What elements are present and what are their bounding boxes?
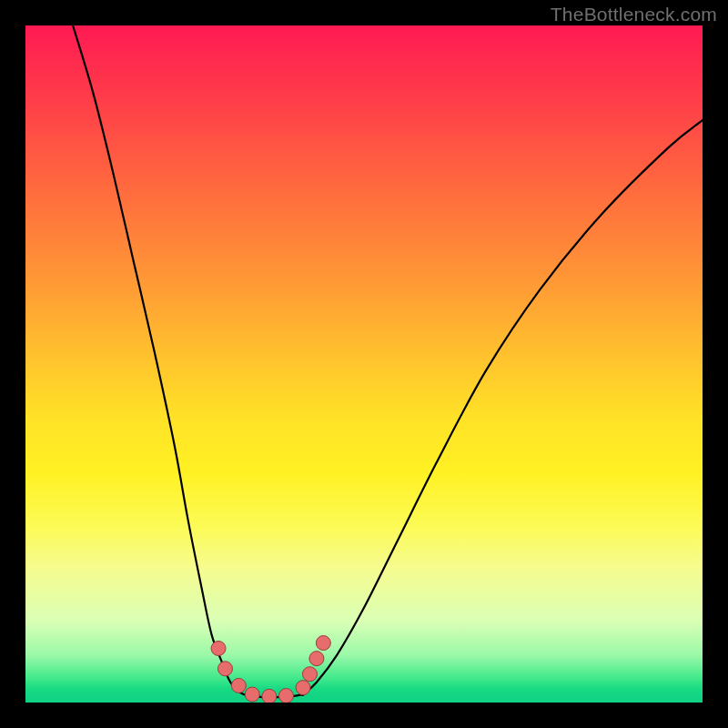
- marker-group: [211, 636, 330, 703]
- curve-group: [73, 25, 703, 697]
- bottleneck-curve: [73, 25, 703, 697]
- data-marker: [296, 681, 310, 695]
- chart-frame: TheBottleneck.com: [0, 0, 728, 728]
- data-marker: [217, 662, 232, 676]
- chart-svg: [25, 25, 703, 703]
- data-marker: [278, 689, 293, 703]
- data-marker: [231, 678, 246, 693]
- plot-area: [25, 25, 703, 703]
- data-marker: [316, 636, 330, 651]
- data-marker: [262, 689, 277, 703]
- watermark-text: TheBottleneck.com: [551, 4, 717, 25]
- data-marker: [302, 667, 317, 682]
- data-marker: [309, 652, 324, 666]
- data-marker: [211, 641, 226, 655]
- data-marker: [245, 687, 259, 702]
